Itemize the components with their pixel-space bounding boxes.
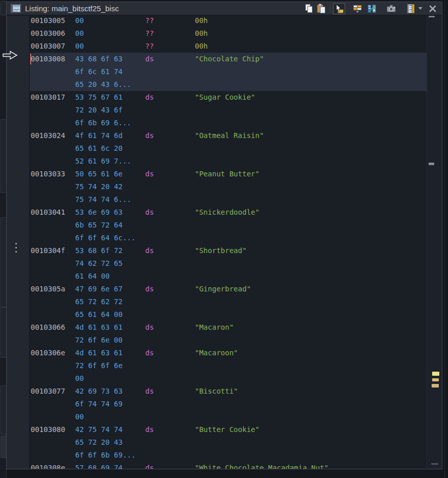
address-label: 00103077 xyxy=(31,385,65,398)
listing-line-continuation[interactable]: 61 64 00 xyxy=(30,270,427,283)
operand-label: "Sugar Cookie" xyxy=(195,91,255,104)
bytes-label: 4d 61 63 61 xyxy=(75,347,123,359)
copy-button[interactable] xyxy=(303,3,315,14)
cursor-location-marker[interactable] xyxy=(429,163,434,165)
operand-label: "White Chocolate Macadamia Nut" xyxy=(195,462,328,469)
bytes-label: 72 20 43 6f xyxy=(75,104,123,117)
listing-line[interactable]: 0010301753 75 67 61ds"Sugar Cookie" xyxy=(30,91,427,104)
scroll-top-marker[interactable] xyxy=(429,16,435,17)
mnemonic-label: ds xyxy=(145,244,154,257)
listing-line[interactable]: 0010300843 68 6f 63ds"Chocolate Chip" xyxy=(30,53,427,65)
bytes-label: 6f 6f 6b 69... xyxy=(75,449,136,462)
bytes-label: 53 75 67 61 xyxy=(75,91,123,104)
bytes-label: 74 62 72 65 xyxy=(75,257,123,270)
operand-label: "Macaron" xyxy=(195,321,234,334)
listing-titlebar[interactable]: Listing: main_bitsctf25_bisc xyxy=(7,2,442,15)
listing-line-continuation[interactable]: 00 xyxy=(30,372,427,385)
listing-line-continuation[interactable]: 65 72 62 72 xyxy=(30,295,427,308)
mnemonic-label: ?? xyxy=(145,16,154,27)
scroll-marker-margin[interactable] xyxy=(427,16,442,469)
bytes-label: 00 xyxy=(75,411,84,423)
bytes-label: 72 6f 6f 6e xyxy=(75,359,123,372)
listing-display-button[interactable] xyxy=(405,3,417,14)
splitter-handle[interactable] xyxy=(15,243,17,255)
operand-label: "Shortbread" xyxy=(195,244,247,257)
mnemonic-label: ds xyxy=(145,206,154,219)
bytes-label: 00 xyxy=(75,16,84,27)
listing-line-continuation[interactable]: 75 74 74 6... xyxy=(30,193,427,206)
bytes-label: 6f 74 74 69 xyxy=(75,398,123,411)
snapshot-button[interactable] xyxy=(385,3,397,14)
listing-line-continuation[interactable]: 52 61 69 7... xyxy=(30,155,427,168)
listing-line-continuation[interactable]: 74 62 72 65 xyxy=(30,257,427,270)
listing-line[interactable]: 0010300700??00h xyxy=(30,40,427,53)
listing-view[interactable]: 0010300500??00h0010300600??00h0010300700… xyxy=(30,16,427,469)
listing-toolbar xyxy=(303,3,439,14)
cursor-location-button[interactable] xyxy=(333,3,345,14)
address-label: 00103066 xyxy=(31,321,65,334)
listing-line[interactable]: 001030244f 61 74 6dds"Oatmeal Raisin" xyxy=(30,129,427,142)
listing-line[interactable]: 0010308042 75 74 74ds"Butter Cookie" xyxy=(30,423,427,436)
listing-line[interactable]: 0010308e57 68 69 74ds"White Chocolate Ma… xyxy=(30,462,427,469)
listing-line-continuation[interactable]: 6f 74 74 69 xyxy=(30,398,427,411)
bookmark-marker[interactable] xyxy=(432,378,439,381)
listing-line[interactable]: 0010300600??00h xyxy=(30,27,427,40)
listing-line-continuation[interactable]: 00 xyxy=(30,411,427,423)
expand-blocks-button[interactable] xyxy=(351,3,364,14)
listing-line-continuation[interactable]: 65 61 64 00 xyxy=(30,308,427,321)
listing-line[interactable]: 0010306e4d 61 63 61ds"Macaroon" xyxy=(30,347,427,359)
cursor-location-icon xyxy=(334,4,344,14)
panel-edge-fragment xyxy=(1,1,6,15)
diff-view-button[interactable] xyxy=(366,3,378,14)
operand-label: 00h xyxy=(195,16,208,27)
listing-line[interactable]: 0010304153 6e 69 63ds"Snickerdoodle" xyxy=(30,206,427,219)
operand-label: "Macaroon" xyxy=(195,347,238,359)
listing-line-continuation[interactable]: 72 6f 6f 6e xyxy=(30,359,427,372)
mnemonic-label: ds xyxy=(145,385,154,398)
listing-line[interactable]: 0010305a47 69 6e 67ds"Gingerbread" xyxy=(30,283,427,295)
operand-label: "Snickerdoodle" xyxy=(195,206,259,219)
bytes-label: 53 6e 69 63 xyxy=(75,206,123,219)
listing-line-continuation[interactable]: 6f 6f 64 6c... xyxy=(30,232,427,244)
listing-line-continuation[interactable]: 6b 65 72 64 xyxy=(30,219,427,232)
listing-line[interactable]: 0010304f53 68 6f 72ds"Shortbread" xyxy=(30,244,427,257)
bytes-label: 65 20 43 6... xyxy=(75,78,131,91)
listing-line-continuation[interactable]: 6f 6b 69 6... xyxy=(30,117,427,129)
close-button[interactable] xyxy=(427,3,439,14)
paste-button[interactable] xyxy=(315,3,327,14)
close-icon xyxy=(428,4,437,13)
listing-line-continuation[interactable]: 72 20 43 6f xyxy=(30,104,427,117)
listing-line-continuation[interactable]: 65 72 20 43 xyxy=(30,436,427,449)
bytes-label: 42 75 74 74 xyxy=(75,423,123,436)
listing-line-continuation[interactable]: 65 61 6c 20 xyxy=(30,142,427,155)
operand-label: "Chocolate Chip" xyxy=(195,53,264,65)
listing-line[interactable]: 0010300500??00h xyxy=(30,16,427,27)
mnemonic-label: ds xyxy=(145,423,154,436)
listing-line[interactable]: 0010303350 65 61 6eds"Peanut Butter" xyxy=(30,168,427,180)
listing-ruler-icon xyxy=(406,4,416,14)
address-label: 0010306e xyxy=(31,347,65,359)
paste-icon xyxy=(316,4,326,14)
mnemonic-label: ds xyxy=(145,462,154,469)
bookmark-marker[interactable] xyxy=(432,384,439,388)
address-label: 00103080 xyxy=(31,423,65,436)
listing-line[interactable]: 001030664d 61 63 61ds"Macaron" xyxy=(30,321,427,334)
bytes-label: 52 61 69 7... xyxy=(75,155,131,168)
listing-line-continuation[interactable]: 72 6f 6e 00 xyxy=(30,334,427,347)
mnemonic-label: ds xyxy=(145,283,154,295)
mnemonic-label: ?? xyxy=(145,40,154,53)
listing-line-continuation[interactable]: 75 74 20 42 xyxy=(30,180,427,193)
bookmark-marker[interactable] xyxy=(432,372,439,376)
scroll-bottom-marker[interactable] xyxy=(431,463,438,465)
listing-line-continuation[interactable]: 65 20 43 6... xyxy=(30,78,427,91)
panel-edge-fragment xyxy=(1,217,6,307)
listing-window: Listing: main_bitsctf25_bisc xyxy=(6,2,442,469)
listing-line-continuation[interactable]: 6f 6c 61 74 xyxy=(30,65,427,78)
listing-line[interactable]: 0010307742 69 73 63ds"Biscotti" xyxy=(30,385,427,398)
bytes-label: 6b 65 72 64 xyxy=(75,219,123,232)
listing-line-continuation[interactable]: 6f 6f 6b 69... xyxy=(30,449,427,462)
operand-label: 00h xyxy=(195,27,208,40)
listing-display-dropdown-caret[interactable] xyxy=(418,7,422,10)
bytes-label: 75 74 74 6... xyxy=(75,193,131,206)
expand-blocks-icon xyxy=(352,4,363,14)
